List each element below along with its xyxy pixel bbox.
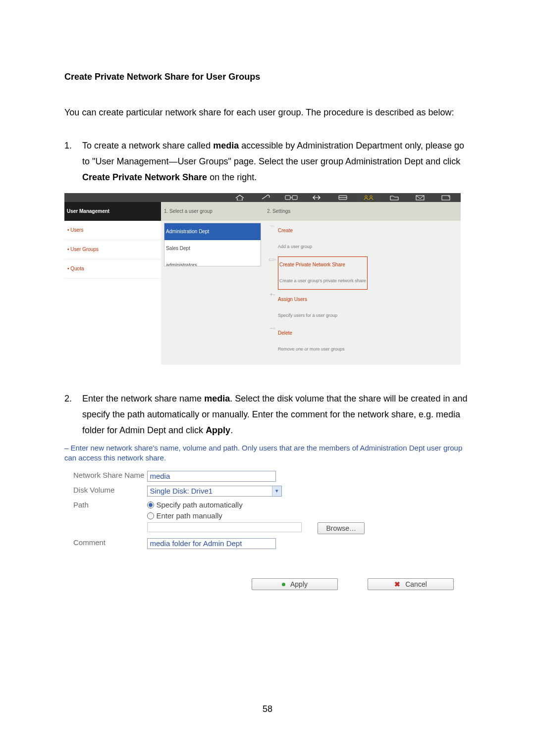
radio-path-manual[interactable]: Enter path manually (147, 511, 302, 520)
apply-dot-icon (282, 583, 285, 586)
group-row[interactable]: Sales Dept (164, 240, 261, 257)
section-heading: Create Private Network Share for User Gr… (64, 72, 471, 82)
setting-title: Create Private Network Share (279, 257, 366, 273)
cancel-button[interactable]: ✖ Cancel (368, 578, 454, 590)
create-pns-bold: Create Private Network Share (82, 172, 207, 182)
setting-title: Create (278, 223, 312, 239)
sidebar-item-users[interactable]: Users (64, 221, 161, 240)
label-disk-volume: Disk Volume (64, 484, 147, 499)
apply-bold: Apply (206, 425, 230, 435)
text: on the right. (207, 172, 257, 182)
button-label: Apply (290, 580, 308, 589)
radio-path-auto[interactable]: Specify path automatically (147, 501, 302, 509)
apply-button[interactable]: Apply (252, 578, 338, 590)
cancel-x-icon: ✖ (394, 580, 400, 589)
toggle-icon[interactable] (279, 194, 303, 201)
delete-icon: −◦ (267, 325, 278, 332)
screenshot-share-form: – Enter new network share's name, volume… (64, 443, 463, 590)
sidebar-heading: User Management (64, 202, 161, 221)
folder-icon[interactable] (382, 194, 406, 201)
setting-assign-users[interactable]: +◦ Assign Users Specify users for a user… (267, 292, 458, 323)
home-icon[interactable] (228, 194, 252, 201)
text: Enter the network share name (82, 394, 204, 403)
svg-rect-0 (285, 196, 290, 200)
setting-title: Delete (278, 325, 345, 341)
setting-create-private-share[interactable]: ▭◦ Create Private Network Share Create a… (267, 256, 458, 290)
radio-label: Enter path manually (156, 511, 222, 520)
intro-paragraph: You can create particular network share … (64, 104, 471, 120)
step-1: 1. To create a network share called medi… (64, 138, 471, 385)
setting-subtitle: Remove one or more user groups (278, 341, 345, 357)
comment-input[interactable]: media folder for Admin Dept (147, 538, 276, 549)
group-row[interactable]: administrators (164, 257, 261, 266)
text: . (230, 425, 233, 435)
disk-volume-select[interactable]: Single Disk: Drive1 ▾ (147, 486, 282, 497)
svg-point-4 (365, 196, 367, 198)
step-text: Enter the network share name media. Sele… (82, 391, 471, 590)
group-listbox[interactable]: Administration Dept Sales Dept administr… (164, 223, 261, 266)
label-path: Path (64, 499, 147, 536)
radio-off-icon (147, 512, 154, 519)
arrow-icon[interactable] (305, 194, 329, 201)
wrench-icon[interactable] (254, 194, 277, 201)
setting-subtitle: Create a user group's private network sh… (279, 273, 366, 289)
setting-delete[interactable]: −◦ Delete Remove one or more user groups (267, 325, 458, 357)
label-comment: Comment (64, 536, 147, 551)
step-2: 2. Enter the network share name media. S… (64, 391, 471, 590)
step-text: To create a network share called media a… (82, 138, 471, 385)
button-label: Browse… (326, 524, 356, 533)
select-value: Single Disk: Drive1 (148, 486, 272, 496)
share-name-input[interactable]: media (147, 471, 276, 482)
sidebar-item-quota[interactable]: Quota (64, 259, 161, 279)
group-add-icon: ◦◦ (267, 223, 278, 229)
button-label: Cancel (405, 580, 427, 589)
users-icon[interactable] (357, 194, 380, 201)
toolbar (64, 193, 461, 202)
sidebar-item-user-groups[interactable]: User Groups (64, 240, 161, 259)
mail-icon[interactable] (408, 194, 432, 201)
label-share-name: Network Share Name (64, 469, 147, 484)
assign-icon: +◦ (267, 292, 278, 298)
setting-title: Assign Users (278, 292, 337, 307)
text: To create a network share called (82, 141, 213, 151)
path-input[interactable] (147, 522, 302, 532)
col1-heading: 1. Select a user group (161, 202, 264, 221)
setting-create[interactable]: ◦◦ Create Add a user group (267, 223, 458, 254)
setting-subtitle: Add a user group (278, 239, 312, 254)
disk-icon[interactable] (331, 194, 355, 201)
group-row[interactable]: Administration Dept (164, 223, 261, 240)
window-icon[interactable] (434, 194, 458, 201)
svg-line-8 (448, 196, 450, 198)
screenshot-user-groups: User Management Users User Groups Quota … (64, 193, 461, 365)
media-bold: media (204, 394, 230, 403)
page-number: 58 (0, 704, 535, 714)
radio-on-icon (147, 502, 154, 508)
media-bold: media (213, 141, 239, 151)
sidebar: User Management Users User Groups Quota (64, 202, 161, 365)
radio-label: Specify path automatically (156, 501, 242, 509)
svg-rect-1 (292, 196, 297, 200)
col2-heading: 2. Settings (264, 202, 461, 221)
browse-button[interactable]: Browse… (318, 522, 365, 534)
form-intro: – Enter new network share's name, volume… (64, 443, 463, 463)
share-icon: ▭◦ (267, 256, 278, 263)
setting-subtitle: Specify users for a user group (278, 307, 337, 323)
svg-point-5 (370, 196, 372, 198)
chevron-down-icon: ▾ (272, 486, 281, 496)
